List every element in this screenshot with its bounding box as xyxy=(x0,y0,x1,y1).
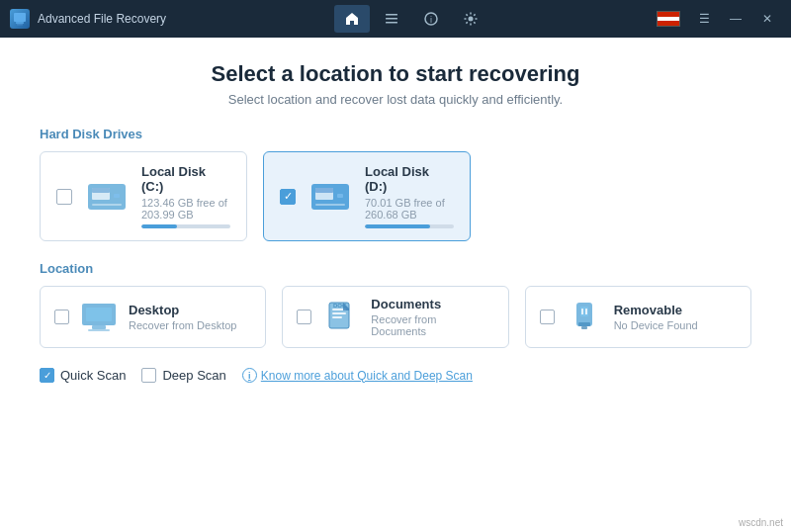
scan-info-link-label: Know more about Quick and Deep Scan xyxy=(261,369,473,383)
svg-rect-20 xyxy=(86,308,112,321)
location-cards: Desktop Recover from Desktop DOC xyxy=(40,286,751,348)
svg-rect-31 xyxy=(581,309,583,314)
svg-rect-27 xyxy=(332,316,342,318)
svg-rect-34 xyxy=(581,326,587,329)
nav-settings-button[interactable] xyxy=(453,5,488,33)
info-icon: i xyxy=(242,368,257,383)
titlebar-right: ☰ — ✕ xyxy=(657,7,781,31)
svg-point-8 xyxy=(469,17,474,22)
drive-c-info: Local Disk (C:) 123.46 GB free of 203.99… xyxy=(141,164,230,228)
drive-c-progress xyxy=(141,224,230,228)
location-removable-info: Removable No Device Found xyxy=(614,303,698,331)
titlebar: Advanced File Recovery i xyxy=(0,0,791,38)
svg-rect-13 xyxy=(92,204,122,206)
titlebar-nav: i xyxy=(334,5,488,33)
hard-disk-section: Hard Disk Drives Local Disk (C:) 123. xyxy=(40,127,751,261)
location-documents-icon: DOC xyxy=(321,300,361,335)
location-section: Location Desktop Recover from Desktop xyxy=(40,261,751,368)
location-documents-name: Documents xyxy=(371,297,493,311)
drive-d-name: Local Disk (D:) xyxy=(365,164,454,194)
deep-scan-checkbox[interactable] xyxy=(141,368,156,383)
scan-info-link[interactable]: i Know more about Quick and Deep Scan xyxy=(242,368,473,383)
location-documents-info: Documents Recover from Documents xyxy=(371,297,493,337)
drives-container: Local Disk (C:) 123.46 GB free of 203.99… xyxy=(40,151,751,241)
svg-rect-12 xyxy=(114,194,120,198)
drive-c-size: 123.46 GB free of 203.99 GB xyxy=(141,197,230,221)
svg-rect-22 xyxy=(88,329,110,331)
location-desktop-icon xyxy=(79,300,119,335)
page-subtitle: Select location and recover lost data qu… xyxy=(40,92,751,107)
scan-options: ✓ Quick Scan Deep Scan i Know more about… xyxy=(40,368,751,383)
window-menu-button[interactable]: ☰ xyxy=(690,7,718,31)
location-documents-checkbox[interactable] xyxy=(297,310,311,324)
drive-c-checkbox[interactable] xyxy=(56,189,72,205)
flag-icon xyxy=(657,11,680,27)
nav-home-button[interactable] xyxy=(334,5,370,33)
drive-d-icon xyxy=(308,178,353,216)
location-desktop-card[interactable]: Desktop Recover from Desktop xyxy=(40,286,266,348)
location-desktop-info: Desktop Recover from Desktop xyxy=(129,303,236,331)
svg-text:i: i xyxy=(430,15,432,25)
svg-rect-26 xyxy=(332,312,346,314)
window-minimize-button[interactable]: — xyxy=(722,7,749,31)
svg-rect-16 xyxy=(315,188,333,193)
svg-rect-17 xyxy=(337,194,343,198)
drive-c-progress-fill xyxy=(141,224,177,228)
page-title: Select a location to start recovering xyxy=(40,61,751,87)
app-icon xyxy=(10,9,30,29)
svg-rect-21 xyxy=(92,325,106,329)
drive-c-name: Local Disk (C:) xyxy=(141,164,230,194)
nav-list-button[interactable] xyxy=(374,5,409,33)
drive-d-progress-fill xyxy=(365,224,430,228)
location-desktop-checkbox[interactable] xyxy=(54,310,69,324)
quick-scan-option[interactable]: ✓ Quick Scan xyxy=(40,368,126,383)
deep-scan-label: Deep Scan xyxy=(162,368,225,383)
hard-disk-section-label: Hard Disk Drives xyxy=(40,127,751,141)
location-removable-sub: No Device Found xyxy=(614,319,698,331)
svg-rect-1 xyxy=(16,22,24,24)
drive-d-info: Local Disk (D:) 70.01 GB free of 260.68 … xyxy=(365,164,454,228)
location-removable-icon xyxy=(565,300,604,335)
quick-scan-checkbox[interactable]: ✓ xyxy=(40,368,54,383)
location-removable-card[interactable]: Removable No Device Found xyxy=(525,286,751,348)
window-close-button[interactable]: ✕ xyxy=(753,7,781,31)
svg-rect-33 xyxy=(578,322,590,326)
quick-scan-label: Quick Scan xyxy=(60,368,126,383)
location-section-label: Location xyxy=(40,261,751,276)
svg-rect-18 xyxy=(315,204,345,206)
watermark: wscdn.net xyxy=(739,517,783,528)
nav-info-button[interactable]: i xyxy=(413,5,449,33)
drive-d-progress xyxy=(365,224,454,228)
app-title-label: Advanced File Recovery xyxy=(38,12,166,26)
drive-d-card[interactable]: ✓ Local Disk (D:) 70.01 GB free of 260.6… xyxy=(263,151,471,241)
svg-rect-4 xyxy=(386,18,397,20)
page-header: Select a location to start recovering Se… xyxy=(40,61,751,107)
svg-rect-32 xyxy=(585,309,587,314)
location-removable-checkbox[interactable] xyxy=(540,310,555,324)
drive-d-size: 70.01 GB free of 260.68 GB xyxy=(365,197,454,221)
drive-c-card[interactable]: Local Disk (C:) 123.46 GB free of 203.99… xyxy=(40,151,247,241)
location-documents-sub: Recover from Documents xyxy=(371,313,493,337)
svg-rect-2 xyxy=(17,24,23,26)
svg-rect-3 xyxy=(386,14,397,16)
titlebar-left: Advanced File Recovery xyxy=(10,9,166,29)
svg-rect-0 xyxy=(14,13,26,22)
location-removable-name: Removable xyxy=(614,303,698,317)
svg-text:DOC: DOC xyxy=(333,303,347,309)
location-desktop-name: Desktop xyxy=(129,303,236,317)
main-content: Select a location to start recovering Se… xyxy=(0,38,791,532)
svg-rect-11 xyxy=(92,188,110,193)
location-desktop-sub: Recover from Desktop xyxy=(129,319,236,331)
svg-rect-5 xyxy=(386,22,397,24)
location-documents-card[interactable]: DOC Documents Recover from Documents xyxy=(282,286,508,348)
drive-d-checkbox[interactable]: ✓ xyxy=(280,189,296,205)
drive-c-icon xyxy=(84,178,130,216)
deep-scan-option[interactable]: Deep Scan xyxy=(141,368,225,383)
